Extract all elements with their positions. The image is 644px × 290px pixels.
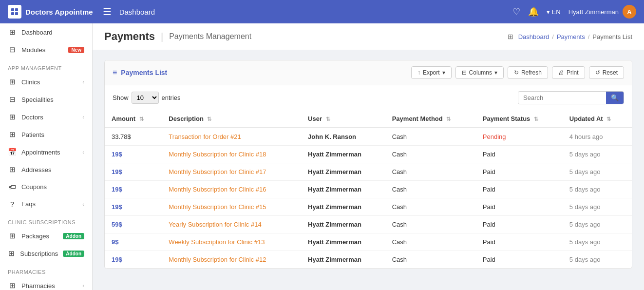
export-icon: ↑	[417, 69, 420, 76]
updated-at-value: 5 days ago	[569, 168, 601, 175]
description-link[interactable]: Monthly Subscription for Clinic #16	[169, 186, 266, 193]
sidebar-item-label: Specialities	[21, 96, 84, 103]
language-selector[interactable]: ▾ EN	[547, 8, 561, 16]
sidebar-item-coupons[interactable]: 🏷 Coupons	[0, 178, 92, 195]
amount-link[interactable]: 19$	[112, 168, 122, 175]
specialities-icon: ⊟	[8, 95, 17, 104]
table-header-row: Amount ⇅ Description ⇅ User ⇅ Payment Me…	[105, 110, 632, 128]
page-subtitle: Payments Management	[169, 32, 251, 41]
bell-icon[interactable]: 🔔	[528, 6, 539, 17]
cell-description[interactable]: Transaction for Order #21	[162, 128, 301, 146]
sidebar-item-specialities[interactable]: ⊟ Specialities	[0, 91, 92, 108]
description-link[interactable]: Yearly Subscription for Clinic #14	[169, 221, 261, 228]
columns-button[interactable]: ⊟ Columns ▾	[455, 66, 504, 79]
cell-description[interactable]: Yearly Subscription for Clinic #14	[162, 216, 301, 233]
sort-icon: ⇅	[326, 116, 330, 122]
search-input[interactable]	[518, 92, 606, 104]
breadcrumb-payments[interactable]: Payments	[557, 33, 585, 40]
amount-link[interactable]: 9$	[112, 238, 118, 246]
sidebar-item-appointments[interactable]: 📅 Appointments ‹	[0, 143, 92, 161]
cell-amount[interactable]: 19$	[105, 181, 162, 198]
sidebar-item-doctors[interactable]: ⊞ Doctors ‹	[0, 108, 92, 126]
cell-payment-status: Paid	[476, 233, 563, 251]
user-name: Hyatt Zimmerman	[568, 8, 619, 16]
table-row: 9$ Weekly Subscription for Clinic #13 Hy…	[105, 233, 632, 251]
amount-link[interactable]: 19$	[112, 151, 122, 158]
cell-user: Hyatt Zimmerman	[301, 251, 385, 269]
search-button[interactable]: 🔍	[606, 92, 624, 104]
sidebar-item-clinics[interactable]: ⊞ Clinics ‹	[0, 73, 92, 91]
cell-amount[interactable]: 19$	[105, 251, 162, 269]
cell-description[interactable]: Weekly Subscription for Clinic #13	[162, 233, 301, 251]
description-link[interactable]: Monthly Subscription for Clinic #15	[169, 203, 266, 211]
chevron-left-icon: ‹	[82, 79, 84, 85]
cell-updated-at: 4 hours ago	[563, 128, 632, 146]
cell-amount[interactable]: 19$	[105, 198, 162, 216]
cell-user: Hyatt Zimmerman	[301, 181, 385, 198]
amount-link[interactable]: 59$	[112, 221, 122, 228]
payment-status-value: Paid	[483, 221, 495, 228]
cell-amount[interactable]: 59$	[105, 216, 162, 233]
refresh-button[interactable]: ↻ Refresh	[508, 66, 548, 79]
packages-icon: ⊞	[8, 232, 17, 240]
cell-user: Hyatt Zimmerman	[301, 216, 385, 233]
amount-link[interactable]: 19$	[112, 186, 122, 193]
sidebar-item-label: Pharmacies	[21, 282, 77, 290]
cell-payment-method: Cash	[385, 233, 476, 251]
print-button[interactable]: 🖨 Print	[552, 66, 585, 79]
sidebar-item-dashboard[interactable]: ⊞ Dashboard	[0, 23, 92, 41]
sidebar-item-pharmacies[interactable]: ⊞ Pharmacies ‹	[0, 277, 92, 290]
svg-rect-2	[11, 12, 14, 15]
user-menu[interactable]: Hyatt Zimmerman A	[568, 5, 636, 19]
description-link[interactable]: Monthly Subscription for Clinic #18	[169, 151, 266, 158]
payment-method-value: Cash	[392, 238, 407, 246]
sidebar-item-patients[interactable]: ⊞ Patients	[0, 126, 92, 143]
cell-payment-status: Pending	[476, 128, 563, 146]
pharmacies-icon: ⊞	[8, 281, 17, 290]
description-link[interactable]: Monthly Subscription for Clinic #12	[169, 256, 266, 263]
reset-button[interactable]: ↺ Reset	[589, 66, 624, 79]
cell-payment-method: Cash	[385, 198, 476, 216]
page-header: Payments | Payments Management ⊞ Dashboa…	[93, 23, 644, 50]
cell-user: John K. Ranson	[301, 128, 385, 146]
breadcrumb-icon: ⊞	[508, 33, 513, 40]
cell-description[interactable]: Monthly Subscription for Clinic #15	[162, 198, 301, 216]
sidebar-item-subscriptions[interactable]: ⊞ Subscriptions Addon	[0, 245, 92, 262]
cell-payment-status: Paid	[476, 163, 563, 181]
table-row: 33.78$ Transaction for Order #21 John K.…	[105, 128, 632, 146]
cell-amount[interactable]: 9$	[105, 233, 162, 251]
updated-at-value: 5 days ago	[569, 203, 601, 211]
hamburger-icon[interactable]: ☰	[103, 6, 112, 18]
entries-select[interactable]: 10 25 50 100	[132, 92, 159, 104]
amount-link[interactable]: 19$	[112, 203, 122, 211]
cell-amount[interactable]: 19$	[105, 163, 162, 181]
cell-description[interactable]: Monthly Subscription for Clinic #16	[162, 181, 301, 198]
export-button[interactable]: ↑ Export ▾	[411, 66, 452, 79]
sidebar-item-faqs[interactable]: ? Faqs ‹	[0, 195, 92, 213]
cell-payment-status: Paid	[476, 198, 563, 216]
breadcrumb-sep: /	[588, 33, 590, 40]
cell-payment-status: Paid	[476, 216, 563, 233]
cell-description[interactable]: Monthly Subscription for Clinic #18	[162, 146, 301, 163]
description-link[interactable]: Weekly Subscription for Clinic #13	[169, 238, 265, 246]
patients-icon: ⊞	[8, 130, 17, 139]
cell-description[interactable]: Monthly Subscription for Clinic #12	[162, 251, 301, 269]
breadcrumb-dashboard[interactable]: Dashboard	[518, 33, 549, 40]
cell-payment-method: Cash	[385, 216, 476, 233]
updated-at-value: 5 days ago	[569, 256, 601, 263]
sidebar-item-modules[interactable]: ⊟ Modules New	[0, 41, 92, 58]
sidebar-item-addresses[interactable]: ⊞ Addresses	[0, 161, 92, 178]
cell-description[interactable]: Monthly Subscription for Clinic #17	[162, 163, 301, 181]
col-user: User ⇅	[301, 110, 385, 128]
page-separator: |	[161, 31, 163, 42]
col-amount: Amount ⇅	[105, 110, 162, 128]
amount-link[interactable]: 19$	[112, 256, 122, 263]
description-link[interactable]: Transaction for Order #21	[169, 133, 241, 140]
payment-method-value: Cash	[392, 133, 407, 140]
chevron-left-icon: ‹	[82, 283, 84, 289]
cell-amount[interactable]: 19$	[105, 146, 162, 163]
heart-icon[interactable]: ♡	[512, 6, 520, 17]
sidebar-item-packages[interactable]: ⊞ Packages Addon	[0, 227, 92, 245]
cell-payment-status: Paid	[476, 181, 563, 198]
description-link[interactable]: Monthly Subscription for Clinic #17	[169, 168, 266, 175]
